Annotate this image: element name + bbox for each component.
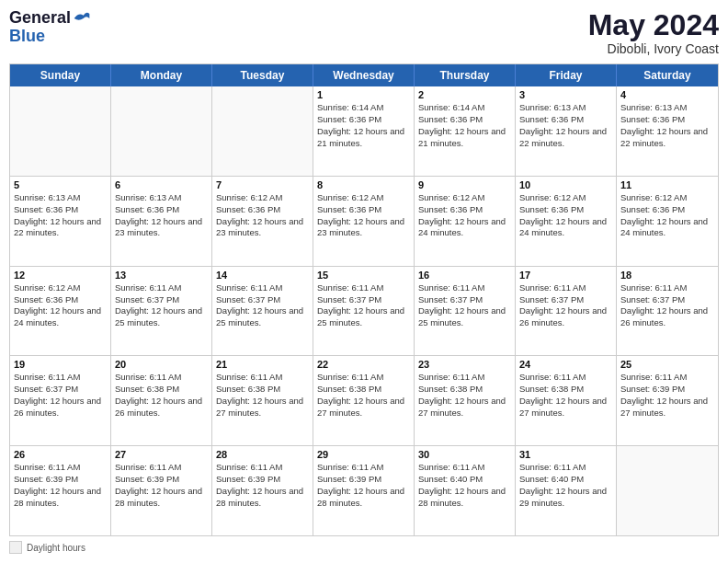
cell-text: Sunrise: 6:13 AM Sunset: 6:36 PM Dayligh… [519, 102, 612, 149]
logo-text: General [9, 9, 71, 28]
day-number: 22 [317, 359, 410, 370]
day-number: 16 [418, 270, 511, 281]
cell-text: Sunrise: 6:11 AM Sunset: 6:38 PM Dayligh… [418, 372, 511, 419]
header: General Blue May 2024 Dibobli, Ivory Coa… [9, 9, 719, 56]
calendar-cell-2: 2Sunrise: 6:14 AM Sunset: 6:36 PM Daylig… [415, 86, 516, 176]
cell-text: Sunrise: 6:12 AM Sunset: 6:36 PM Dayligh… [418, 192, 511, 239]
calendar-cell-7: 7Sunrise: 6:12 AM Sunset: 6:36 PM Daylig… [212, 177, 313, 266]
calendar-cell-24: 24Sunrise: 6:11 AM Sunset: 6:38 PM Dayli… [516, 356, 617, 445]
day-header-wednesday: Wednesday [313, 64, 415, 86]
day-number: 30 [418, 449, 511, 460]
cell-text: Sunrise: 6:11 AM Sunset: 6:39 PM Dayligh… [216, 462, 309, 509]
calendar-cell-26: 26Sunrise: 6:11 AM Sunset: 6:39 PM Dayli… [10, 446, 111, 535]
calendar-cell-23: 23Sunrise: 6:11 AM Sunset: 6:38 PM Dayli… [415, 356, 516, 445]
day-number: 8 [317, 179, 410, 190]
calendar-row-1: 5Sunrise: 6:13 AM Sunset: 6:36 PM Daylig… [10, 177, 718, 267]
day-number: 24 [519, 359, 612, 370]
day-number: 12 [14, 270, 107, 281]
day-number: 14 [216, 270, 309, 281]
calendar-cell-17: 17Sunrise: 6:11 AM Sunset: 6:37 PM Dayli… [516, 267, 617, 356]
calendar-header: SundayMondayTuesdayWednesdayThursdayFrid… [10, 64, 718, 86]
cell-text: Sunrise: 6:11 AM Sunset: 6:38 PM Dayligh… [317, 372, 410, 419]
cell-text: Sunrise: 6:11 AM Sunset: 6:37 PM Dayligh… [216, 282, 309, 329]
cell-text: Sunrise: 6:11 AM Sunset: 6:39 PM Dayligh… [317, 462, 410, 509]
day-number: 13 [115, 270, 208, 281]
day-number: 31 [519, 449, 612, 460]
calendar-cell-25: 25Sunrise: 6:11 AM Sunset: 6:39 PM Dayli… [617, 356, 718, 445]
day-number: 10 [519, 179, 612, 190]
calendar-cell-4: 4Sunrise: 6:13 AM Sunset: 6:36 PM Daylig… [617, 86, 718, 176]
cell-text: Sunrise: 6:11 AM Sunset: 6:38 PM Dayligh… [115, 372, 208, 419]
day-number: 3 [519, 89, 612, 100]
cell-text: Sunrise: 6:11 AM Sunset: 6:39 PM Dayligh… [14, 462, 107, 509]
calendar-cell-15: 15Sunrise: 6:11 AM Sunset: 6:37 PM Dayli… [313, 267, 415, 356]
day-number: 20 [115, 359, 208, 370]
calendar-cell-3: 3Sunrise: 6:13 AM Sunset: 6:36 PM Daylig… [516, 86, 617, 176]
day-number: 21 [216, 359, 309, 370]
day-number: 7 [216, 179, 309, 190]
cell-text: Sunrise: 6:12 AM Sunset: 6:36 PM Dayligh… [14, 282, 107, 329]
calendar-cell-27: 27Sunrise: 6:11 AM Sunset: 6:39 PM Dayli… [111, 446, 212, 535]
day-number: 6 [115, 179, 208, 190]
calendar-body: 1Sunrise: 6:14 AM Sunset: 6:36 PM Daylig… [10, 86, 718, 535]
day-header-monday: Monday [111, 64, 212, 86]
calendar-cell-28: 28Sunrise: 6:11 AM Sunset: 6:39 PM Dayli… [212, 446, 313, 535]
legend-label: Daylight hours [27, 543, 85, 553]
day-number: 25 [620, 359, 714, 370]
cell-text: Sunrise: 6:12 AM Sunset: 6:36 PM Dayligh… [216, 192, 309, 239]
calendar-row-0: 1Sunrise: 6:14 AM Sunset: 6:36 PM Daylig… [10, 86, 718, 177]
logo-blue: Blue [9, 28, 91, 46]
day-number: 23 [418, 359, 511, 370]
day-header-sunday: Sunday [10, 64, 111, 86]
day-number: 5 [14, 179, 107, 190]
cell-text: Sunrise: 6:14 AM Sunset: 6:36 PM Dayligh… [317, 102, 410, 149]
calendar-cell-12: 12Sunrise: 6:12 AM Sunset: 6:36 PM Dayli… [10, 267, 111, 356]
day-number: 27 [115, 449, 208, 460]
day-header-saturday: Saturday [617, 64, 718, 86]
calendar-cell-1: 1Sunrise: 6:14 AM Sunset: 6:36 PM Daylig… [313, 86, 415, 176]
cell-text: Sunrise: 6:11 AM Sunset: 6:39 PM Dayligh… [620, 372, 714, 419]
cell-text: Sunrise: 6:12 AM Sunset: 6:36 PM Dayligh… [620, 192, 714, 239]
cell-text: Sunrise: 6:11 AM Sunset: 6:37 PM Dayligh… [115, 282, 208, 329]
calendar-cell-19: 19Sunrise: 6:11 AM Sunset: 6:37 PM Dayli… [10, 356, 111, 445]
day-number: 11 [620, 179, 714, 190]
legend-box [9, 541, 22, 554]
cell-text: Sunrise: 6:11 AM Sunset: 6:37 PM Dayligh… [418, 282, 511, 329]
cell-text: Sunrise: 6:11 AM Sunset: 6:37 PM Dayligh… [14, 372, 107, 419]
cell-text: Sunrise: 6:11 AM Sunset: 6:37 PM Dayligh… [620, 282, 714, 329]
day-number: 29 [317, 449, 410, 460]
cell-text: Sunrise: 6:12 AM Sunset: 6:36 PM Dayligh… [317, 192, 410, 239]
calendar-cell-18: 18Sunrise: 6:11 AM Sunset: 6:37 PM Dayli… [617, 267, 718, 356]
calendar-cell-6: 6Sunrise: 6:13 AM Sunset: 6:36 PM Daylig… [111, 177, 212, 266]
location: Dibobli, Ivory Coast [588, 41, 719, 56]
month-title: May 2024 [588, 9, 719, 41]
day-number: 2 [418, 89, 511, 100]
calendar-cell-13: 13Sunrise: 6:11 AM Sunset: 6:37 PM Dayli… [111, 267, 212, 356]
day-number: 4 [620, 89, 714, 100]
day-number: 28 [216, 449, 309, 460]
page: General Blue May 2024 Dibobli, Ivory Coa… [0, 0, 728, 563]
calendar-cell-empty [617, 446, 718, 535]
day-number: 18 [620, 270, 714, 281]
cell-text: Sunrise: 6:13 AM Sunset: 6:36 PM Dayligh… [620, 102, 714, 149]
day-header-friday: Friday [516, 64, 617, 86]
cell-text: Sunrise: 6:12 AM Sunset: 6:36 PM Dayligh… [519, 192, 612, 239]
calendar-cell-14: 14Sunrise: 6:11 AM Sunset: 6:37 PM Dayli… [212, 267, 313, 356]
day-number: 26 [14, 449, 107, 460]
calendar-cell-21: 21Sunrise: 6:11 AM Sunset: 6:38 PM Dayli… [212, 356, 313, 445]
cell-text: Sunrise: 6:13 AM Sunset: 6:36 PM Dayligh… [115, 192, 208, 239]
cell-text: Sunrise: 6:11 AM Sunset: 6:39 PM Dayligh… [115, 462, 208, 509]
calendar-cell-empty [111, 86, 212, 176]
calendar-row-2: 12Sunrise: 6:12 AM Sunset: 6:36 PM Dayli… [10, 267, 718, 357]
day-header-thursday: Thursday [415, 64, 516, 86]
calendar-cell-29: 29Sunrise: 6:11 AM Sunset: 6:39 PM Dayli… [313, 446, 415, 535]
day-number: 19 [14, 359, 107, 370]
calendar-row-3: 19Sunrise: 6:11 AM Sunset: 6:37 PM Dayli… [10, 356, 718, 446]
calendar-cell-empty [10, 86, 111, 176]
calendar-cell-16: 16Sunrise: 6:11 AM Sunset: 6:37 PM Dayli… [415, 267, 516, 356]
cell-text: Sunrise: 6:11 AM Sunset: 6:38 PM Dayligh… [519, 372, 612, 419]
cell-text: Sunrise: 6:11 AM Sunset: 6:40 PM Dayligh… [418, 462, 511, 509]
calendar-cell-empty [212, 86, 313, 176]
calendar-cell-9: 9Sunrise: 6:12 AM Sunset: 6:36 PM Daylig… [415, 177, 516, 266]
cell-text: Sunrise: 6:11 AM Sunset: 6:40 PM Dayligh… [519, 462, 612, 509]
